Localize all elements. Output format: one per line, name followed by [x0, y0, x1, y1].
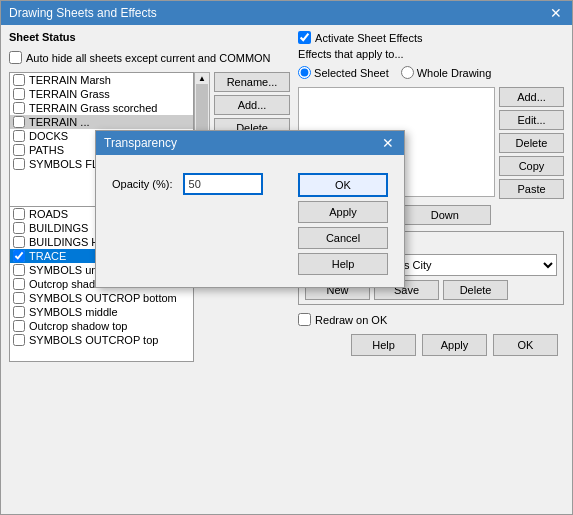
item-label: SYMBOLS OUTCROP top: [29, 334, 158, 346]
dialog-layout: Opacity (%): OK Apply Cancel Help: [112, 173, 388, 275]
item-checkbox[interactable]: [13, 88, 25, 100]
item-checkbox[interactable]: [13, 278, 25, 290]
effects-action-buttons: Add... Edit... Delete Copy Paste: [499, 87, 564, 199]
list-item[interactable]: TERRAIN Marsh: [10, 73, 193, 87]
item-checkbox[interactable]: [13, 102, 25, 114]
list-item[interactable]: Outcrop shadow top: [10, 319, 193, 333]
item-checkbox[interactable]: [13, 74, 25, 86]
rename-button[interactable]: Rename...: [214, 72, 290, 92]
spacer: [499, 205, 564, 225]
whole-drawing-label: Whole Drawing: [417, 67, 492, 79]
item-label: TRACE: [29, 250, 66, 262]
apply-to-label: Effects that apply to...: [298, 48, 564, 60]
selected-sheet-radio-label[interactable]: Selected Sheet: [298, 66, 389, 79]
copy-effect-button[interactable]: Copy: [499, 156, 564, 176]
item-label: PATHS: [29, 144, 64, 156]
dialog-cancel-button[interactable]: Cancel: [298, 227, 388, 249]
item-label: DOCKS: [29, 130, 68, 142]
paste-effect-button[interactable]: Paste: [499, 179, 564, 199]
list-item[interactable]: SYMBOLS middle: [10, 305, 193, 319]
item-label: Outcrop shadow top: [29, 320, 127, 332]
apply-bottom-button[interactable]: Apply: [422, 334, 487, 356]
dialog-buttons-col: OK Apply Cancel Help: [298, 173, 388, 275]
dialog-help-button[interactable]: Help: [298, 253, 388, 275]
item-checkbox[interactable]: [13, 130, 25, 142]
opacity-label: Opacity (%):: [112, 178, 173, 190]
main-window-title: Drawing Sheets and Effects: [9, 6, 157, 20]
bottom-buttons: Help Apply OK: [298, 330, 564, 360]
dialog-title: Transparency: [104, 136, 177, 150]
item-checkbox[interactable]: [13, 144, 25, 156]
item-label: SYMBOLS OUTCROP bottom: [29, 292, 177, 304]
redraw-row: Redraw on OK: [298, 313, 564, 326]
edit-effect-button[interactable]: Edit...: [499, 110, 564, 130]
auto-hide-label: Auto hide all sheets except current and …: [26, 52, 271, 64]
dialog-title-bar: Transparency ✕: [96, 131, 404, 155]
main-close-button[interactable]: ✕: [548, 6, 564, 20]
item-label: TERRAIN ...: [29, 116, 90, 128]
dialog-close-button[interactable]: ✕: [380, 136, 396, 150]
ok-bottom-button[interactable]: OK: [493, 334, 558, 356]
list-item[interactable]: TERRAIN ...: [10, 115, 193, 129]
apply-to-radio-row: Selected Sheet Whole Drawing: [298, 66, 564, 79]
item-checkbox[interactable]: [13, 222, 25, 234]
scroll-up-btn[interactable]: ▲: [196, 74, 208, 83]
item-checkbox[interactable]: [13, 158, 25, 170]
item-checkbox[interactable]: [13, 236, 25, 248]
down-button[interactable]: Down: [399, 205, 491, 225]
item-label: TERRAIN Grass scorched: [29, 102, 157, 114]
list-item[interactable]: TERRAIN Grass: [10, 87, 193, 101]
help-bottom-button[interactable]: Help: [351, 334, 416, 356]
item-checkbox[interactable]: [13, 208, 25, 220]
whole-drawing-radio[interactable]: [401, 66, 414, 79]
item-label: ROADS: [29, 208, 68, 220]
activate-effects-label: Activate Sheet Effects: [315, 32, 422, 44]
dialog-apply-button[interactable]: Apply: [298, 201, 388, 223]
item-label: TERRAIN Marsh: [29, 74, 111, 86]
whole-drawing-radio-label[interactable]: Whole Drawing: [401, 66, 492, 79]
redraw-checkbox[interactable]: [298, 313, 311, 326]
dialog-content: Opacity (%): OK Apply Cancel Help: [96, 155, 404, 287]
dialog-ok-button[interactable]: OK: [298, 173, 388, 197]
dialog-left: Opacity (%):: [112, 173, 286, 275]
list-item[interactable]: TERRAIN Grass scorched: [10, 101, 193, 115]
list-item[interactable]: SYMBOLS OUTCROP top: [10, 333, 193, 347]
main-title-bar: Drawing Sheets and Effects ✕: [1, 1, 572, 25]
item-checkbox[interactable]: [13, 264, 25, 276]
activate-effects-row: Activate Sheet Effects: [298, 31, 564, 44]
activate-effects-checkbox[interactable]: [298, 31, 311, 44]
auto-hide-row: Auto hide all sheets except current and …: [9, 51, 290, 64]
auto-hide-checkbox[interactable]: [9, 51, 22, 64]
item-label: SYMBOLS middle: [29, 306, 118, 318]
list-item[interactable]: SYMBOLS OUTCROP bottom: [10, 291, 193, 305]
item-checkbox[interactable]: [13, 292, 25, 304]
item-checkbox[interactable]: [13, 306, 25, 318]
add-sheet-button[interactable]: Add...: [214, 95, 290, 115]
redraw-label: Redraw on OK: [315, 314, 387, 326]
selected-sheet-radio[interactable]: [298, 66, 311, 79]
item-checkbox[interactable]: [13, 320, 25, 332]
item-label: BUILDINGS: [29, 222, 88, 234]
item-checkbox[interactable]: [13, 116, 25, 128]
sheet-status-label: Sheet Status: [9, 31, 290, 43]
selected-sheet-label: Selected Sheet: [314, 67, 389, 79]
transparency-dialog: Transparency ✕ Opacity (%): OK Apply Can…: [95, 130, 405, 288]
item-label: TERRAIN Grass: [29, 88, 110, 100]
delete-preset-button[interactable]: Delete: [443, 280, 508, 300]
item-checkbox[interactable]: [13, 334, 25, 346]
add-effect-button[interactable]: Add...: [499, 87, 564, 107]
opacity-input[interactable]: [183, 173, 263, 195]
item-checkbox[interactable]: [13, 250, 25, 262]
opacity-row: Opacity (%):: [112, 173, 286, 195]
delete-effect-button[interactable]: Delete: [499, 133, 564, 153]
